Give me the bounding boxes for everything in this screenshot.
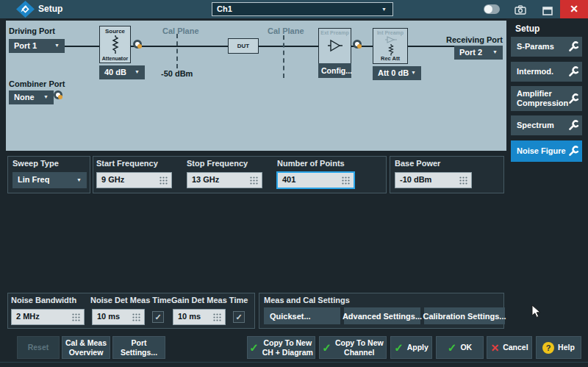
driving-port-label: Driving Port <box>9 26 55 35</box>
attenuator-label: Attenuator <box>100 56 130 61</box>
sidebar-item-amplifier-compression[interactable]: Amplifier Compression <box>511 86 582 111</box>
sidebar-item-label: Intermod. <box>517 67 568 76</box>
channel-select[interactable]: Ch1 ▼ <box>212 2 393 16</box>
signal-line <box>65 46 99 47</box>
noise-det-meas-time-value: 10 ms <box>97 312 120 321</box>
apply-button[interactable]: ✓ Apply <box>390 336 432 359</box>
display-toggle-icon[interactable] <box>484 4 500 14</box>
start-frequency-label: Start Frequency <box>96 159 158 168</box>
combiner-port-label: Combiner Port <box>9 79 65 88</box>
ext-preamp-block: Ext Preamp Config... <box>318 28 351 78</box>
screenshot-camera-icon[interactable] <box>514 4 526 18</box>
noise-det-meas-time-input[interactable]: 10 ms <box>92 309 145 325</box>
chevron-down-icon: ▼ <box>411 70 416 75</box>
gain-det-meas-time-input[interactable]: 10 ms <box>173 309 226 325</box>
copy-to-new-ch-diagram-button[interactable]: ✓ Copy To New CH + Diagram <box>247 336 315 359</box>
cross-icon: ✕ <box>490 342 499 354</box>
label-line: Channel <box>335 348 384 357</box>
base-power-input[interactable]: -10 dBm <box>395 172 472 188</box>
sweep-type-panel: Sweep Type Lin Freq ▼ <box>7 156 90 193</box>
connector-dot <box>137 44 142 49</box>
ext-preamp-config-button[interactable]: Config... <box>318 63 351 78</box>
stop-frequency-input[interactable]: 13 GHz <box>187 172 262 188</box>
resistor-icon <box>388 44 394 56</box>
noise-bandwidth-input[interactable]: 2 MHz <box>11 309 85 325</box>
keypad-icon <box>132 313 140 321</box>
cancel-button[interactable]: ✕ Cancel <box>487 336 532 359</box>
source-attenuation-select[interactable]: 40 dB ▼ <box>99 65 145 79</box>
quickset-button[interactable]: Quickset... <box>264 307 340 324</box>
apply-button-label: Apply <box>407 343 429 352</box>
channel-select-value: Ch1 <box>217 4 232 13</box>
calibration-settings-button-label: Calibration Settings... <box>423 312 506 321</box>
close-button[interactable]: ✕ <box>560 0 588 18</box>
dut-label: DUT <box>237 43 249 49</box>
driving-port-value: Port 1 <box>14 41 37 50</box>
wrench-icon <box>568 146 579 157</box>
calibration-settings-button[interactable]: Calibration Settings... <box>424 307 505 324</box>
label-line: Copy To New <box>335 338 384 347</box>
quickset-button-label: Quickset... <box>270 312 311 321</box>
sidebar-item-label: Spectrum <box>517 121 568 130</box>
combiner-port-select[interactable]: None ▼ <box>9 90 54 104</box>
meas-cal-settings-panel: Meas and Cal Settings Quickset... Advanc… <box>259 293 504 329</box>
source-connector-icon <box>133 40 142 49</box>
start-frequency-input[interactable]: 9 GHz <box>96 172 172 188</box>
meas-cal-settings-heading: Meas and Cal Settings <box>264 296 350 304</box>
gain-det-meas-time-checkbox[interactable]: ✓ <box>233 311 245 323</box>
label-line: Port <box>121 338 157 347</box>
sidebar-heading: Setup <box>515 24 539 34</box>
amplifier-icon <box>326 38 344 53</box>
int-preamp-label: Int Preamp <box>373 30 407 35</box>
label-line: Cal & Meas <box>65 338 107 347</box>
chevron-down-icon: ▼ <box>492 49 498 54</box>
sidebar-item-noise-figure[interactable]: Noise Figure <box>511 140 582 162</box>
wrench-icon <box>568 93 579 104</box>
check-icon: ✓ <box>235 313 242 321</box>
noise-bandwidth-label: Noise Bandwidth <box>11 296 76 304</box>
reset-button-label: Reset <box>28 343 49 352</box>
check-icon: ✓ <box>154 313 161 321</box>
chevron-down-icon: ▼ <box>135 69 140 74</box>
noise-bandwidth-value: 2 MHz <box>16 312 40 321</box>
cal-meas-overview-button[interactable]: Cal & Meas Overview <box>62 336 110 359</box>
sidebar-item-spectrum[interactable]: Spectrum <box>511 115 582 135</box>
help-button[interactable]: ? Help <box>536 336 581 359</box>
sidebar-item-intermod[interactable]: Intermod. <box>511 62 582 82</box>
sweep-type-select[interactable]: Lin Freq ▼ <box>12 172 87 188</box>
label-line: Overview <box>65 348 107 357</box>
rec-att-label: Rec Att <box>373 55 407 62</box>
number-of-points-input[interactable]: 401 <box>276 171 355 189</box>
advanced-settings-button[interactable]: Advanced Settings... <box>344 307 420 324</box>
port-settings-button[interactable]: Port Settings... <box>112 336 165 359</box>
check-icon: ✓ <box>322 341 331 354</box>
help-button-label: Help <box>558 343 575 352</box>
receiving-port-value: Port 2 <box>459 48 482 57</box>
cal-plane-right-line <box>283 35 284 78</box>
noise-det-meas-time-checkbox[interactable]: ✓ <box>152 311 164 323</box>
combiner-connector-icon <box>54 90 62 99</box>
ok-button[interactable]: ✓ OK <box>436 336 484 359</box>
receiving-port-select[interactable]: Port 2 ▼ <box>454 46 503 60</box>
chevron-down-icon: ▼ <box>76 177 82 182</box>
mouse-cursor <box>531 304 542 322</box>
dut-block: DUT <box>228 38 259 54</box>
stop-frequency-label: Stop Frequency <box>187 159 248 168</box>
receiver-attenuation-select[interactable]: Att 0 dB ▼ <box>373 66 421 80</box>
source-attenuation-value: 40 dB <box>104 68 126 76</box>
label-line: Copy To New <box>262 338 313 347</box>
copy-to-new-channel-button[interactable]: ✓ Copy To New Channel <box>319 336 387 359</box>
signal-line <box>408 46 454 47</box>
noise-det-meas-time-label: Noise Det Meas Time <box>90 296 171 304</box>
copy-channel-label: Copy To New Channel <box>335 338 384 356</box>
config-button-label: Config... <box>321 66 352 75</box>
reset-button[interactable]: Reset <box>17 336 60 359</box>
maximize-icon[interactable] <box>542 5 553 18</box>
driving-port-select[interactable]: Port 1 ▼ <box>9 39 65 53</box>
chevron-down-icon: ▼ <box>381 7 387 12</box>
check-icon: ✓ <box>448 341 457 354</box>
setup-dialog: Setup Ch1 ▼ ✕ <box>0 0 588 367</box>
sidebar-item-s-params[interactable]: S-Params <box>511 37 582 57</box>
combiner-port-value: None <box>14 93 35 101</box>
keypad-icon <box>213 313 221 321</box>
